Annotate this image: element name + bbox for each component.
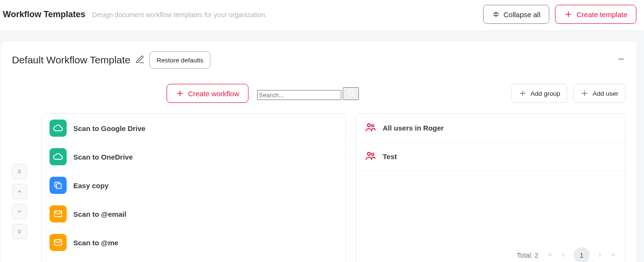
double-chevron-down-icon (16, 228, 23, 235)
svg-rect-1 (57, 184, 61, 189)
pager-next-button[interactable] (596, 252, 603, 260)
double-chevron-up-icon (16, 168, 23, 175)
envelope-icon (50, 205, 67, 222)
svg-point-4 (367, 124, 370, 127)
copy-icon (50, 177, 67, 194)
workflow-item[interactable]: Scan to @me (42, 228, 346, 257)
group-label: Test (383, 152, 397, 161)
search-button[interactable] (343, 87, 359, 100)
workflow-item[interactable]: Scan to Google Drive (42, 114, 346, 142)
envelope-icon (50, 234, 67, 251)
create-workflow-button[interactable]: Create workflow (167, 84, 248, 103)
workflows-panel: Scan to Google Drive Scan to OneDrive Ea… (41, 113, 346, 262)
add-group-button[interactable]: Add group (511, 84, 567, 103)
chevron-up-icon (16, 188, 23, 195)
svg-point-7 (372, 153, 374, 156)
workflow-label: Scan to @me (73, 239, 119, 247)
workflow-item[interactable]: Scan to OneDrive (42, 142, 346, 171)
workflow-label: Scan to Google Drive (73, 124, 146, 132)
pager-prev-button[interactable] (560, 252, 567, 260)
page-title: Workflow Templates (3, 10, 85, 20)
group-item[interactable]: Test (356, 142, 625, 171)
group-icon (365, 121, 376, 134)
workflow-item[interactable]: Scan to @email (42, 200, 346, 228)
search-input[interactable] (257, 90, 341, 100)
create-template-label: Create template (576, 10, 627, 19)
plus-icon (518, 89, 527, 98)
chevron-down-icon (16, 208, 23, 215)
workflow-item[interactable]: Easy copy (42, 171, 346, 200)
add-group-label: Add group (531, 90, 560, 97)
template-card: Default Workflow Template Restore defaul… (0, 40, 637, 262)
add-user-button[interactable]: Add user (573, 84, 625, 103)
groups-panel: All users in Roger Test Total: 2 (356, 113, 625, 262)
reorder-controls (12, 113, 32, 262)
cloud-icon (50, 148, 67, 165)
pager-first-button[interactable] (547, 252, 554, 260)
template-name: Default Workflow Template (12, 54, 130, 66)
create-workflow-label: Create workflow (188, 90, 239, 98)
double-chevron-left-icon (547, 252, 554, 258)
chevron-right-icon (596, 252, 603, 258)
pager-total: Total: 2 (517, 252, 538, 259)
page-subtitle: Design document workflow templates for y… (92, 11, 267, 19)
plus-icon (580, 89, 589, 98)
group-item[interactable]: All users in Roger (356, 114, 625, 142)
collapse-all-label: Collapse all (504, 10, 541, 19)
svg-point-5 (372, 125, 374, 127)
chevron-left-icon (560, 252, 567, 258)
move-down-button[interactable] (12, 204, 27, 219)
add-user-label: Add user (593, 90, 618, 97)
svg-point-6 (367, 152, 370, 155)
create-template-button[interactable]: Create template (555, 5, 636, 24)
pager-last-button[interactable] (610, 252, 616, 260)
edit-icon[interactable] (135, 55, 145, 66)
move-top-button[interactable] (12, 164, 27, 179)
restore-defaults-button[interactable]: Restore defaults (149, 51, 210, 69)
workflow-label: Scan to @email (73, 210, 126, 218)
group-icon (365, 150, 376, 163)
move-up-button[interactable] (12, 184, 27, 199)
workflow-label: Scan to OneDrive (73, 153, 133, 161)
pager-current[interactable]: 1 (574, 247, 590, 262)
plus-icon (176, 89, 184, 98)
collapse-card-button[interactable] (617, 54, 625, 66)
group-label: All users in Roger (383, 124, 444, 132)
workflow-label: Easy copy (73, 181, 109, 190)
search-wrap (257, 87, 381, 100)
collapse-all-button[interactable]: Collapse all (483, 5, 550, 24)
template-toolbar: Create workflow Add group Add user (12, 84, 625, 103)
plus-icon (564, 10, 573, 19)
move-bottom-button[interactable] (12, 224, 27, 239)
double-chevron-right-icon (610, 252, 616, 258)
search-icon (347, 89, 355, 97)
restore-defaults-label: Restore defaults (157, 57, 203, 64)
pager: Total: 2 1 (356, 242, 625, 262)
minus-icon (617, 55, 625, 63)
collapse-icon (492, 10, 500, 18)
page-header: Workflow Templates Design document workf… (0, 0, 644, 31)
cloud-icon (50, 120, 67, 137)
